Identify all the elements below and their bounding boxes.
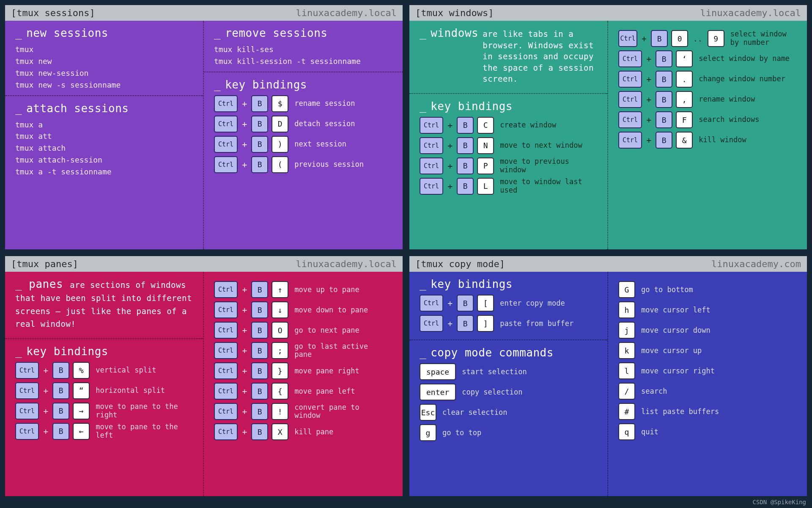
keycap: Ctrl (618, 132, 642, 149)
keycap: } (272, 362, 288, 379)
new-session-cmds: tmuxtmux newtmux new-sessiontmux new -s … (15, 44, 195, 91)
keycap: # (618, 403, 635, 420)
keycap: B (251, 322, 268, 339)
keybinding-row: lmove cursor right (618, 362, 799, 379)
titlebar: [tmux copy mode] linuxacademy.com (409, 256, 807, 272)
host: linuxacademy.local (700, 8, 801, 18)
keycap: Ctrl (214, 322, 238, 339)
keybinding-row: Ctrl+B ,rename window (618, 91, 799, 108)
keycap: B (656, 50, 672, 67)
keycap: Ctrl (214, 116, 238, 133)
keycap: / (618, 383, 635, 400)
keybinding-row: Ctrl+B {move pane left (214, 383, 395, 400)
keycap: 9 (708, 30, 724, 47)
keycap: B (251, 156, 268, 173)
keybinding-row: Ctrl+B →move to pane to the right (15, 403, 195, 420)
keycap: , (676, 91, 693, 108)
keybinding-row: Ctrl+B 0..9select window by number (618, 30, 799, 47)
keycap: Esc (420, 404, 436, 421)
remove-cmds: tmux kill-sestmux kill-session -t sessio… (214, 44, 395, 67)
keycap: Ctrl (618, 50, 642, 67)
keycap: B (457, 117, 474, 134)
keybinding-row: Ctrl+B ‘select window by name (618, 50, 799, 67)
keybinding-row: ggo to top (420, 424, 600, 441)
keycap: Ctrl (420, 117, 443, 134)
keycap: ( (272, 156, 288, 173)
keycap: Ctrl (420, 178, 443, 195)
keycap: ‘ (676, 50, 693, 67)
keycap: B (656, 71, 672, 88)
keybinding-row: Ctrl+B &kill window (618, 132, 799, 149)
keycap: 0 (671, 30, 688, 47)
keycap: Ctrl (214, 301, 238, 318)
keycap: { (272, 383, 288, 400)
keybinding-row: Ctrl+B ;go to last active pane (214, 342, 395, 359)
keycap: Ctrl (214, 403, 238, 420)
keycap: % (73, 362, 90, 379)
keybinding-row: jmove cursor down (618, 322, 799, 339)
keycap: B (251, 383, 268, 400)
keybinding-row: Ctrl+B %vertical split (15, 362, 195, 379)
attach-cmds: tmux atmux atttmux attachtmux attach-ses… (15, 119, 195, 178)
footer-credit: CSDN @SpikeKing (753, 499, 806, 505)
keycap: Ctrl (214, 136, 238, 153)
keycap: B (52, 362, 69, 379)
keycap: Ctrl (618, 91, 642, 108)
title: [tmux sessions] (11, 8, 95, 18)
host: linuxacademy.local (296, 259, 397, 269)
titlebar: [tmux panes] linuxacademy.local (5, 256, 403, 272)
title: [tmux windows] (415, 8, 494, 18)
keycap: → (73, 403, 90, 420)
keycap: l (618, 362, 635, 379)
keybinding-row: Ctrl+B .change window number (618, 71, 799, 88)
keybinding-row: entercopy selection (420, 384, 600, 400)
keycap: Ctrl (15, 403, 39, 420)
keycap: g (420, 424, 436, 441)
keybinding-row: /search (618, 383, 799, 400)
card-sessions: [tmux sessions] linuxacademy.local _new … (5, 5, 403, 249)
keycap: “ (73, 382, 90, 399)
keycap: B (251, 136, 268, 153)
keybinding-row: Ctrl+B )next session (214, 136, 395, 153)
keycap: space (420, 363, 456, 380)
keycap: X (272, 423, 288, 440)
keycap: B (52, 382, 69, 399)
keycap: ↓ (272, 301, 288, 318)
keycap: Ctrl (15, 423, 39, 440)
keycap: O (272, 322, 288, 339)
keybinding-row: Ctrl+B Ddetach session (214, 116, 395, 133)
keycap: ) (272, 136, 288, 153)
keycap: B (251, 403, 268, 420)
keycap: B (52, 403, 69, 420)
kb-list: Ctrl+B $rename sessionCtrl+B Ddetach ses… (214, 95, 395, 173)
keycap: enter (420, 384, 456, 400)
keycap: h (618, 301, 635, 318)
keycap: & (676, 132, 693, 149)
title: [tmux copy mode] (415, 259, 505, 269)
keycap: Ctrl (214, 281, 238, 298)
keycap: Ctrl (214, 423, 238, 440)
keybinding-row: Ctrl+B Pmove to previous window (420, 157, 600, 174)
keycap: B (251, 95, 268, 112)
keycap: B (457, 137, 474, 154)
card-windows: [tmux windows] linuxacademy.local _windo… (409, 5, 807, 249)
keycap: j (618, 322, 635, 339)
keycap: Ctrl (420, 157, 443, 174)
keycap: D (272, 116, 288, 133)
titlebar: [tmux windows] linuxacademy.local (409, 5, 807, 21)
keycap: Ctrl (618, 30, 637, 47)
keycap: B (656, 132, 672, 149)
keybinding-row: Ctrl+B Ccreate window (420, 117, 600, 134)
keycap: Ctrl (214, 362, 238, 379)
keycap: P (477, 157, 494, 174)
keycap: B (251, 423, 268, 440)
keybinding-row: Ctrl+B ↑move up to pane (214, 281, 395, 298)
keycap: k (618, 342, 635, 359)
keycap: Ctrl (15, 362, 39, 379)
keybinding-row: qquit (618, 423, 799, 440)
keycap: B (656, 91, 672, 108)
keybinding-row: hmove cursor left (618, 301, 799, 318)
keycap: ; (272, 342, 288, 359)
keycap: ↑ (272, 281, 288, 298)
keybinding-row: Ctrl+B ←move to pane to the left (15, 423, 195, 440)
